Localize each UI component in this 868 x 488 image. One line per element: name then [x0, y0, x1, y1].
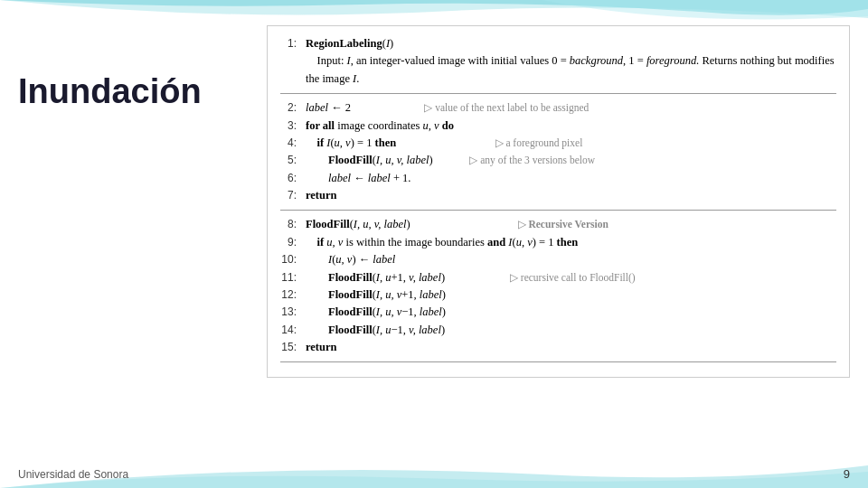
line-content-7: return — [306, 187, 836, 204]
title-area: Inundación — [18, 72, 262, 111]
line-content-9: if u, v is within the image boundaries a… — [306, 234, 836, 251]
separator-1 — [280, 93, 836, 94]
line-content-13: FloodFill(I, u, v−1, label) — [306, 304, 836, 321]
algo-line-2: 2: label ← 2 ▷ value of the next label t… — [280, 99, 836, 117]
algo-line-8: 8: FloodFill(I, u, v, label) ▷ Recursive… — [280, 216, 836, 233]
algo-line-13: 13: FloodFill(I, u, v−1, label) — [280, 304, 836, 321]
algo-line-15: 15: return — [280, 339, 836, 356]
algorithm-content: 1: RegionLabeling(I) Input: I, an intege… — [280, 35, 836, 362]
line-num-3: 3: — [280, 117, 306, 135]
algo-line-14: 14: FloodFill(I, u−1, v, label) — [280, 322, 836, 339]
line-content-6: label ← label + 1. — [306, 170, 836, 187]
algo-line-3: 3: for all image coordinates u, v do — [280, 117, 836, 135]
line-num-1: 1: — [280, 35, 306, 52]
algo-line-input: Input: I, an integer-valued image with i… — [280, 52, 836, 88]
line-num-14: 14: — [280, 322, 306, 339]
line-num-12: 12: — [280, 286, 306, 304]
algo-line-7: 7: return — [280, 187, 836, 204]
algo-line-5: 5: FloodFill(I, u, v, label) ▷ any of th… — [280, 152, 836, 169]
algo-line-4: 4: if I(u, v) = 1 then ▷ a foreground pi… — [280, 135, 836, 152]
line-num-15: 15: — [280, 339, 306, 356]
line-content-2: label ← 2 ▷ value of the next label to b… — [306, 99, 836, 117]
line-num-10: 10: — [280, 251, 306, 268]
line-num-13: 13: — [280, 304, 306, 321]
line-content-15: return — [306, 339, 836, 356]
line-content-1: RegionLabeling(I) — [306, 35, 836, 52]
line-content-3: for all image coordinates u, v do — [306, 117, 836, 135]
line-num-6: 6: — [280, 170, 306, 187]
separator-2 — [280, 210, 836, 211]
line-num-2: 2: — [280, 99, 306, 117]
line-content-4: if I(u, v) = 1 then ▷ a foreground pixel — [306, 135, 836, 152]
page-number: 9 — [844, 467, 850, 481]
line-num-8: 8: — [280, 216, 306, 233]
line-content-11: FloodFill(I, u+1, v, label) ▷ recursive … — [306, 269, 836, 286]
line-content-input: Input: I, an integer-valued image with i… — [306, 52, 836, 88]
algo-line-11: 11: FloodFill(I, u+1, v, label) ▷ recurs… — [280, 269, 836, 286]
line-num-7: 7: — [280, 187, 306, 204]
line-content-5: FloodFill(I, u, v, label) ▷ any of the 3… — [306, 152, 836, 169]
algo-line-10: 10: I(u, v) ← label — [280, 251, 836, 268]
line-num-9: 9: — [280, 234, 306, 251]
algorithm-box: 1: RegionLabeling(I) Input: I, an intege… — [267, 25, 850, 378]
line-content-10: I(u, v) ← label — [306, 251, 836, 268]
slide-title: Inundación — [18, 72, 202, 111]
separator-3 — [280, 361, 836, 362]
line-content-14: FloodFill(I, u−1, v, label) — [306, 322, 836, 339]
line-content-12: FloodFill(I, u, v+1, label) — [306, 286, 836, 304]
footer: Universidad de Sonora 9 — [0, 467, 868, 481]
university-label: Universidad de Sonora — [18, 468, 128, 481]
algo-line-12: 12: FloodFill(I, u, v+1, label) — [280, 286, 836, 304]
line-content-8: FloodFill(I, u, v, label) ▷ Recursive Ve… — [306, 216, 836, 233]
algo-line-6: 6: label ← label + 1. — [280, 170, 836, 187]
algo-line-9: 9: if u, v is within the image boundarie… — [280, 234, 836, 251]
algo-line-1: 1: RegionLabeling(I) — [280, 35, 836, 52]
line-num-11: 11: — [280, 269, 306, 286]
line-num-4: 4: — [280, 135, 306, 152]
line-num-5: 5: — [280, 152, 306, 169]
